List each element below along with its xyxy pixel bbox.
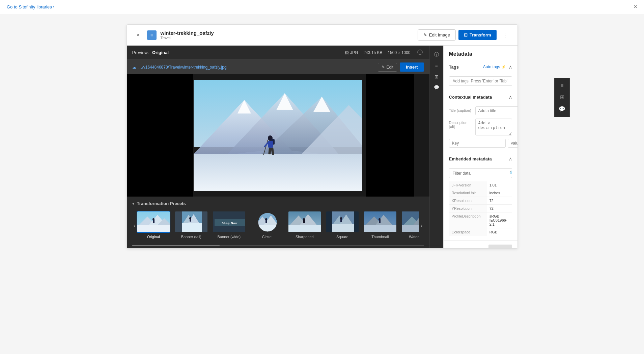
header-right: ✎ Edit Image ⊡ Transform ⋮	[418, 29, 511, 41]
insert-button[interactable]: Insert	[400, 62, 424, 72]
url-bar: ☁ …/v1644846878/Travel/winter-trekking_o…	[127, 59, 429, 74]
letterbox-right	[366, 74, 414, 197]
presets-scroll-container: Original	[137, 211, 419, 240]
tags-section-body	[444, 74, 517, 90]
meta-key: XResolution	[449, 197, 487, 205]
save-button[interactable]: Save	[488, 245, 512, 248]
mountain-image	[194, 80, 362, 191]
contextual-collapse-button[interactable]: ∧	[509, 94, 512, 100]
preset-original-label: Original	[147, 235, 160, 239]
meta-value: RGB	[487, 228, 512, 236]
sitefinity-libraries-link[interactable]: Go to Sitefinity libraries ›	[7, 4, 55, 9]
contextual-section-body: Title (caption) Description (alt) +	[444, 104, 517, 152]
presets-title: Transformation Presets	[137, 201, 186, 206]
bottom-scroll-bar	[127, 244, 429, 248]
table-row: ResolutionUnit inches	[449, 189, 512, 197]
svg-point-48	[303, 218, 305, 220]
preview-top-bar: Preview: Original 🖼 JPG 243.15 KB 1500 ×…	[127, 46, 429, 59]
letterbox-left	[127, 74, 193, 197]
preview-area: Preview: Original 🖼 JPG 243.15 KB 1500 ×…	[127, 46, 429, 248]
preset-banner-wide-label: Banner (wide)	[218, 235, 241, 239]
preview-label: Preview: Original	[132, 50, 169, 55]
file-info: winter-trekking_oafziy Travel	[161, 30, 214, 40]
svg-rect-60	[379, 220, 381, 223]
file-format: 🖼 JPG	[345, 50, 358, 55]
more-options-button[interactable]: ⋮	[499, 30, 511, 40]
embedded-section-header[interactable]: Embedded metadata ∧	[444, 152, 517, 166]
top-close-button[interactable]: ×	[634, 3, 637, 10]
info-panel-button[interactable]: ⓘ	[432, 50, 441, 60]
title-field-row: Title (caption)	[449, 106, 512, 115]
svg-point-41	[265, 218, 267, 220]
svg-rect-13	[268, 141, 273, 148]
svg-rect-59	[364, 225, 397, 233]
list-panel-button[interactable]: ≡	[433, 61, 440, 71]
table-row: XResolution 72	[449, 197, 512, 205]
svg-point-23	[152, 218, 155, 220]
preset-banner-tall[interactable]: Banner (tall)	[174, 211, 208, 239]
preset-watermark[interactable]: ® Watermark	[401, 211, 419, 239]
image-panel-button[interactable]: ⊞	[432, 72, 441, 81]
scroll-left-arrow[interactable]: ‹	[132, 223, 137, 229]
auto-tags-button[interactable]: Auto tags ⚡	[483, 65, 506, 69]
embedded-section: Embedded metadata ∧ 🔍 JFIFVersion 1.01	[444, 152, 517, 240]
file-url: ☁ …/v1644846878/Travel/winter-trekking_o…	[132, 65, 227, 70]
preset-thumbnail[interactable]: Thumbnail	[363, 211, 397, 239]
embedded-collapse-button[interactable]: ∧	[509, 156, 512, 161]
preset-square[interactable]: Square	[326, 211, 359, 239]
preset-banner-wide[interactable]: Shop Now Banner (wide)	[212, 211, 246, 239]
table-row: YResolution 72	[449, 205, 512, 212]
svg-point-61	[379, 218, 381, 220]
value-input[interactable]	[508, 139, 517, 148]
preset-original[interactable]: Original	[137, 211, 170, 239]
preset-sharpened[interactable]: Sharpened	[288, 211, 321, 239]
key-input[interactable]	[449, 139, 506, 148]
preset-banner-tall-thumb	[174, 211, 208, 233]
edit-image-button[interactable]: ✎ Edit Image	[418, 29, 456, 41]
tags-section: Tags Auto tags ⚡ ∧	[444, 60, 517, 90]
image-icon: 🖼	[345, 50, 349, 55]
header-left: × ⊞ winter-trekking_oafziy Travel	[134, 30, 214, 40]
filter-input[interactable]	[449, 169, 507, 178]
contextual-section-title: Contextual metadata	[449, 95, 492, 100]
svg-rect-29	[190, 219, 191, 222]
preset-thumbnail-label: Thumbnail	[371, 235, 389, 239]
preset-square-label: Square	[336, 235, 348, 239]
image-preview-container	[127, 74, 429, 197]
edit-pencil-icon: ✎	[423, 32, 427, 37]
tags-input[interactable]	[449, 76, 512, 86]
info-button[interactable]: ⓘ	[416, 49, 424, 56]
transform-button[interactable]: ⊡ Transform	[458, 30, 497, 40]
scroll-right-arrow[interactable]: ›	[419, 223, 424, 229]
dialog-header: × ⊞ winter-trekking_oafziy Travel ✎ Edit…	[127, 25, 517, 46]
preset-sharpened-thumb	[288, 211, 321, 233]
svg-rect-54	[340, 219, 342, 222]
preset-original-thumb	[137, 211, 170, 233]
preset-circle[interactable]: Circle	[250, 211, 284, 239]
table-row: JFIFVersion 1.01	[449, 181, 512, 189]
meta-value: inches	[487, 189, 512, 197]
title-caption-input[interactable]	[475, 106, 517, 115]
horizontal-scrollbar[interactable]	[132, 245, 424, 246]
preview-meta: 🖼 JPG 243.15 KB 1500 × 1000 ⓘ	[345, 49, 424, 56]
tags-collapse-button[interactable]: ∧	[509, 64, 512, 70]
presets-header[interactable]: ▾ Transformation Presets	[132, 201, 424, 206]
preset-sharpened-label: Sharpened	[296, 235, 314, 239]
preset-watermark-thumb: ®	[401, 211, 419, 233]
svg-rect-65	[402, 225, 419, 233]
description-alt-input[interactable]	[475, 119, 512, 135]
tags-section-header[interactable]: Tags Auto tags ⚡ ∧	[444, 60, 517, 74]
contextual-section-header[interactable]: Contextual metadata ∧	[444, 90, 517, 104]
description-field-row: Description (alt)	[449, 119, 512, 135]
dialog-close-button[interactable]: ×	[134, 30, 143, 40]
lightning-icon: ⚡	[501, 65, 506, 69]
small-edit-button[interactable]: ✎ Edit	[378, 63, 397, 72]
svg-point-30	[189, 217, 191, 219]
meta-value: 1.01	[487, 181, 512, 189]
table-row: ProfileDescription sRGB IEC61966-2.1	[449, 212, 512, 228]
svg-point-55	[340, 217, 342, 219]
chat-panel-button[interactable]: 💬	[432, 83, 441, 92]
preset-circle-label: Circle	[262, 235, 272, 239]
file-type-icon: ⊞	[147, 30, 157, 40]
embedded-meta-table: JFIFVersion 1.01 ResolutionUnit inches X…	[449, 181, 512, 236]
